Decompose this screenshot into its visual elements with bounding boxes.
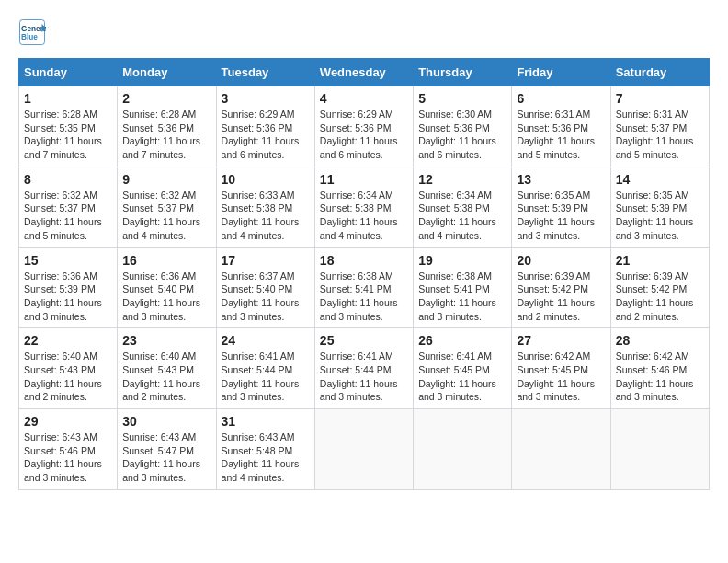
- day-info: Sunrise: 6:35 AMSunset: 5:39 PMDaylight:…: [517, 190, 595, 241]
- calendar-cell: 19 Sunrise: 6:38 AMSunset: 5:41 PMDaylig…: [414, 247, 512, 328]
- day-number: 23: [122, 333, 210, 348]
- calendar-week-3: 15 Sunrise: 6:36 AMSunset: 5:39 PMDaylig…: [19, 247, 710, 328]
- day-info: Sunrise: 6:43 AMSunset: 5:48 PMDaylight:…: [222, 431, 300, 483]
- day-info: Sunrise: 6:39 AMSunset: 5:42 PMDaylight:…: [616, 270, 694, 322]
- day-info: Sunrise: 6:34 AMSunset: 5:38 PMDaylight:…: [418, 190, 496, 241]
- weekday-header-row: SundayMondayTuesdayWednesdayThursdayFrid…: [19, 59, 710, 86]
- day-info: Sunrise: 6:39 AMSunset: 5:42 PMDaylight:…: [517, 270, 595, 322]
- day-number: 12: [418, 172, 506, 187]
- day-number: 15: [24, 253, 112, 268]
- day-info: Sunrise: 6:31 AMSunset: 5:37 PMDaylight:…: [616, 109, 694, 160]
- day-info: Sunrise: 6:38 AMSunset: 5:41 PMDaylight:…: [418, 270, 496, 322]
- day-info: Sunrise: 6:42 AMSunset: 5:46 PMDaylight:…: [616, 350, 694, 402]
- day-number: 30: [122, 414, 210, 429]
- calendar-cell: 24 Sunrise: 6:41 AMSunset: 5:44 PMDaylig…: [216, 328, 314, 409]
- day-number: 2: [122, 91, 210, 106]
- top-row: General Blue: [18, 18, 710, 51]
- weekday-header-wednesday: Wednesday: [314, 59, 413, 86]
- day-number: 7: [616, 91, 704, 106]
- calendar-cell: [414, 409, 512, 490]
- weekday-header-thursday: Thursday: [414, 59, 512, 86]
- day-info: Sunrise: 6:28 AMSunset: 5:36 PMDaylight:…: [122, 109, 200, 160]
- day-info: Sunrise: 6:29 AMSunset: 5:36 PMDaylight:…: [320, 109, 398, 160]
- weekday-header-friday: Friday: [512, 59, 610, 86]
- day-info: Sunrise: 6:36 AMSunset: 5:40 PMDaylight:…: [122, 270, 200, 322]
- day-number: 6: [517, 91, 605, 106]
- weekday-header-monday: Monday: [118, 59, 216, 86]
- day-number: 27: [517, 333, 605, 348]
- calendar-cell: 30 Sunrise: 6:43 AMSunset: 5:47 PMDaylig…: [118, 409, 216, 490]
- day-info: Sunrise: 6:41 AMSunset: 5:44 PMDaylight:…: [222, 350, 300, 402]
- day-info: Sunrise: 6:40 AMSunset: 5:43 PMDaylight:…: [122, 350, 200, 402]
- day-number: 10: [222, 172, 310, 187]
- day-number: 1: [24, 91, 112, 106]
- calendar-cell: 12 Sunrise: 6:34 AMSunset: 5:38 PMDaylig…: [414, 167, 512, 247]
- calendar-cell: 25 Sunrise: 6:41 AMSunset: 5:44 PMDaylig…: [314, 328, 413, 409]
- day-number: 18: [320, 253, 408, 268]
- calendar-cell: 8 Sunrise: 6:32 AMSunset: 5:37 PMDayligh…: [19, 167, 118, 247]
- calendar-cell: 6 Sunrise: 6:31 AMSunset: 5:36 PMDayligh…: [512, 86, 610, 167]
- day-info: Sunrise: 6:43 AMSunset: 5:46 PMDaylight:…: [24, 431, 102, 483]
- day-info: Sunrise: 6:32 AMSunset: 5:37 PMDaylight:…: [24, 190, 102, 241]
- day-info: Sunrise: 6:29 AMSunset: 5:36 PMDaylight:…: [222, 109, 300, 160]
- calendar-week-2: 8 Sunrise: 6:32 AMSunset: 5:37 PMDayligh…: [19, 167, 710, 247]
- calendar-cell: 28 Sunrise: 6:42 AMSunset: 5:46 PMDaylig…: [610, 328, 709, 409]
- calendar-cell: [610, 409, 709, 490]
- calendar-week-4: 22 Sunrise: 6:40 AMSunset: 5:43 PMDaylig…: [19, 328, 710, 409]
- day-number: 8: [24, 172, 112, 187]
- day-number: 5: [418, 91, 506, 106]
- day-info: Sunrise: 6:37 AMSunset: 5:40 PMDaylight:…: [222, 270, 300, 322]
- day-number: 9: [122, 172, 210, 187]
- calendar-cell: 7 Sunrise: 6:31 AMSunset: 5:37 PMDayligh…: [610, 86, 709, 167]
- weekday-header-tuesday: Tuesday: [216, 59, 314, 86]
- day-number: 13: [517, 172, 605, 187]
- calendar-cell: 2 Sunrise: 6:28 AMSunset: 5:36 PMDayligh…: [118, 86, 216, 167]
- logo-icon: General Blue: [18, 18, 46, 46]
- calendar-cell: 26 Sunrise: 6:41 AMSunset: 5:45 PMDaylig…: [414, 328, 512, 409]
- calendar-cell: 11 Sunrise: 6:34 AMSunset: 5:38 PMDaylig…: [314, 167, 413, 247]
- day-info: Sunrise: 6:33 AMSunset: 5:38 PMDaylight:…: [222, 190, 300, 241]
- calendar-cell: 15 Sunrise: 6:36 AMSunset: 5:39 PMDaylig…: [19, 247, 118, 328]
- day-number: 29: [24, 414, 112, 429]
- calendar-week-1: 1 Sunrise: 6:28 AMSunset: 5:35 PMDayligh…: [19, 86, 710, 167]
- calendar-week-5: 29 Sunrise: 6:43 AMSunset: 5:46 PMDaylig…: [19, 409, 710, 490]
- calendar-cell: 17 Sunrise: 6:37 AMSunset: 5:40 PMDaylig…: [216, 247, 314, 328]
- day-info: Sunrise: 6:34 AMSunset: 5:38 PMDaylight:…: [320, 190, 398, 241]
- day-info: Sunrise: 6:36 AMSunset: 5:39 PMDaylight:…: [24, 270, 102, 322]
- calendar-cell: 13 Sunrise: 6:35 AMSunset: 5:39 PMDaylig…: [512, 167, 610, 247]
- calendar-table: SundayMondayTuesdayWednesdayThursdayFrid…: [18, 58, 710, 490]
- day-number: 20: [517, 253, 605, 268]
- calendar-cell: 23 Sunrise: 6:40 AMSunset: 5:43 PMDaylig…: [118, 328, 216, 409]
- day-info: Sunrise: 6:31 AMSunset: 5:36 PMDaylight:…: [517, 109, 595, 160]
- day-number: 17: [222, 253, 310, 268]
- day-number: 3: [222, 91, 310, 106]
- day-info: Sunrise: 6:41 AMSunset: 5:45 PMDaylight:…: [418, 350, 496, 402]
- day-number: 19: [418, 253, 506, 268]
- calendar-body: 1 Sunrise: 6:28 AMSunset: 5:35 PMDayligh…: [19, 86, 710, 490]
- day-number: 24: [222, 333, 310, 348]
- day-info: Sunrise: 6:41 AMSunset: 5:44 PMDaylight:…: [320, 350, 398, 402]
- calendar-cell: 27 Sunrise: 6:42 AMSunset: 5:45 PMDaylig…: [512, 328, 610, 409]
- day-info: Sunrise: 6:42 AMSunset: 5:45 PMDaylight:…: [517, 350, 595, 402]
- calendar-cell: 10 Sunrise: 6:33 AMSunset: 5:38 PMDaylig…: [216, 167, 314, 247]
- calendar-cell: [314, 409, 413, 490]
- calendar-cell: 18 Sunrise: 6:38 AMSunset: 5:41 PMDaylig…: [314, 247, 413, 328]
- day-number: 26: [418, 333, 506, 348]
- day-info: Sunrise: 6:28 AMSunset: 5:35 PMDaylight:…: [24, 109, 102, 160]
- day-info: Sunrise: 6:32 AMSunset: 5:37 PMDaylight:…: [122, 190, 200, 241]
- day-number: 22: [24, 333, 112, 348]
- day-number: 21: [616, 253, 704, 268]
- calendar-cell: [512, 409, 610, 490]
- day-info: Sunrise: 6:30 AMSunset: 5:36 PMDaylight:…: [418, 109, 496, 160]
- day-number: 4: [320, 91, 408, 106]
- calendar-cell: 9 Sunrise: 6:32 AMSunset: 5:37 PMDayligh…: [118, 167, 216, 247]
- calendar-cell: 31 Sunrise: 6:43 AMSunset: 5:48 PMDaylig…: [216, 409, 314, 490]
- day-info: Sunrise: 6:38 AMSunset: 5:41 PMDaylight:…: [320, 270, 398, 322]
- calendar-cell: 3 Sunrise: 6:29 AMSunset: 5:36 PMDayligh…: [216, 86, 314, 167]
- calendar-cell: 22 Sunrise: 6:40 AMSunset: 5:43 PMDaylig…: [19, 328, 118, 409]
- day-number: 16: [122, 253, 210, 268]
- weekday-header-saturday: Saturday: [610, 59, 709, 86]
- calendar-cell: 4 Sunrise: 6:29 AMSunset: 5:36 PMDayligh…: [314, 86, 413, 167]
- calendar-cell: 5 Sunrise: 6:30 AMSunset: 5:36 PMDayligh…: [414, 86, 512, 167]
- day-info: Sunrise: 6:35 AMSunset: 5:39 PMDaylight:…: [616, 190, 694, 241]
